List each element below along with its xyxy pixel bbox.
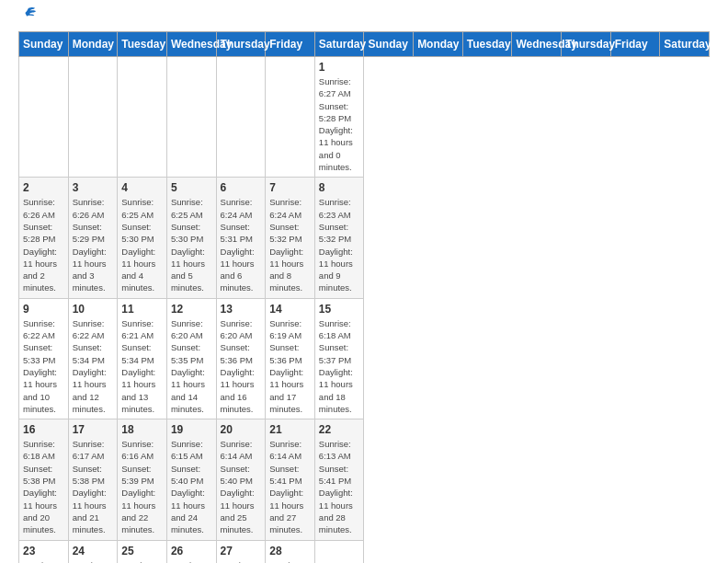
day-info: Sunrise: 6:16 AM Sunset: 5:39 PM Dayligh… [121, 438, 163, 535]
day-info: Sunrise: 6:18 AM Sunset: 5:38 PM Dayligh… [23, 438, 64, 535]
calendar-cell: 26Sunrise: 6:09 AM Sunset: 5:44 PM Dayli… [166, 540, 216, 563]
page-header [18, 18, 710, 22]
calendar-cell: 8Sunrise: 6:23 AM Sunset: 5:32 PM Daylig… [314, 178, 364, 298]
calendar-cell: 11Sunrise: 6:21 AM Sunset: 5:34 PM Dayli… [118, 298, 167, 419]
calendar-cell [314, 540, 364, 563]
calendar-cell: 23Sunrise: 6:12 AM Sunset: 5:42 PM Dayli… [19, 540, 69, 563]
day-info: Sunrise: 6:13 AM Sunset: 5:41 PM Dayligh… [319, 438, 360, 535]
day-number: 16 [23, 423, 64, 436]
day-header-saturday: Saturday [660, 32, 710, 57]
calendar-cell: 27Sunrise: 6:08 AM Sunset: 5:44 PM Dayli… [216, 540, 266, 563]
calendar-cell: 12Sunrise: 6:20 AM Sunset: 5:35 PM Dayli… [166, 298, 216, 419]
day-number: 12 [171, 303, 212, 316]
day-header-friday: Friday [266, 32, 315, 57]
calendar-cell [68, 57, 118, 178]
day-number: 27 [221, 545, 262, 557]
calendar-cell [166, 57, 216, 178]
day-number: 10 [73, 303, 114, 316]
day-number: 11 [121, 303, 163, 316]
day-header-monday: Monday [68, 32, 118, 57]
day-number: 8 [319, 181, 360, 194]
calendar-cell: 7Sunrise: 6:24 AM Sunset: 5:32 PM Daylig… [266, 178, 315, 298]
day-number: 1 [319, 61, 360, 74]
day-number: 2 [23, 181, 64, 194]
day-header-friday: Friday [610, 32, 660, 57]
calendar-cell: 19Sunrise: 6:15 AM Sunset: 5:40 PM Dayli… [166, 419, 216, 540]
week-row-1: 1Sunrise: 6:27 AM Sunset: 5:28 PM Daylig… [19, 57, 710, 178]
day-info: Sunrise: 6:14 AM Sunset: 5:40 PM Dayligh… [221, 438, 262, 535]
header-row: SundayMondayTuesdayWednesdayThursdayFrid… [19, 32, 710, 57]
day-number: 6 [221, 181, 262, 194]
day-info: Sunrise: 6:26 AM Sunset: 5:29 PM Dayligh… [73, 196, 114, 293]
calendar-cell: 2Sunrise: 6:26 AM Sunset: 5:28 PM Daylig… [19, 178, 69, 298]
calendar-cell: 28Sunrise: 6:08 AM Sunset: 5:45 PM Dayli… [266, 540, 315, 563]
day-header-thursday: Thursday [216, 32, 266, 57]
day-number: 3 [73, 181, 114, 194]
logo [18, 18, 37, 22]
day-info: Sunrise: 6:25 AM Sunset: 5:30 PM Dayligh… [171, 196, 212, 293]
day-number: 26 [171, 545, 212, 557]
day-info: Sunrise: 6:22 AM Sunset: 5:33 PM Dayligh… [23, 317, 64, 415]
day-info: Sunrise: 6:25 AM Sunset: 5:30 PM Dayligh… [121, 196, 163, 293]
day-header-tuesday: Tuesday [462, 32, 512, 57]
day-header-thursday: Thursday [562, 32, 611, 57]
day-number: 23 [23, 545, 64, 557]
day-number: 13 [221, 303, 262, 316]
calendar-cell: 6Sunrise: 6:24 AM Sunset: 5:31 PM Daylig… [216, 178, 266, 298]
calendar-table: SundayMondayTuesdayWednesdayThursdayFrid… [18, 31, 710, 563]
day-info: Sunrise: 6:10 AM Sunset: 5:43 PM Dayligh… [121, 559, 163, 564]
calendar-cell: 25Sunrise: 6:10 AM Sunset: 5:43 PM Dayli… [118, 540, 167, 563]
day-info: Sunrise: 6:08 AM Sunset: 5:45 PM Dayligh… [269, 559, 311, 564]
calendar-cell: 16Sunrise: 6:18 AM Sunset: 5:38 PM Dayli… [19, 419, 69, 540]
day-info: Sunrise: 6:23 AM Sunset: 5:32 PM Dayligh… [319, 196, 360, 293]
calendar-cell: 9Sunrise: 6:22 AM Sunset: 5:33 PM Daylig… [19, 298, 69, 419]
day-number: 25 [121, 545, 163, 557]
calendar-cell [216, 57, 266, 178]
day-info: Sunrise: 6:24 AM Sunset: 5:32 PM Dayligh… [269, 196, 311, 293]
calendar-cell: 20Sunrise: 6:14 AM Sunset: 5:40 PM Dayli… [216, 419, 266, 540]
week-row-3: 9Sunrise: 6:22 AM Sunset: 5:33 PM Daylig… [19, 298, 710, 419]
day-header-tuesday: Tuesday [118, 32, 167, 57]
day-info: Sunrise: 6:11 AM Sunset: 5:42 PM Dayligh… [73, 559, 114, 564]
day-number: 22 [319, 423, 360, 436]
day-header-sunday: Sunday [364, 32, 414, 57]
calendar-cell: 14Sunrise: 6:19 AM Sunset: 5:36 PM Dayli… [266, 298, 315, 419]
day-info: Sunrise: 6:14 AM Sunset: 5:41 PM Dayligh… [269, 438, 311, 535]
day-number: 15 [319, 303, 360, 316]
calendar-cell: 4Sunrise: 6:25 AM Sunset: 5:30 PM Daylig… [118, 178, 167, 298]
day-info: Sunrise: 6:26 AM Sunset: 5:28 PM Dayligh… [23, 196, 64, 293]
day-number: 17 [73, 423, 114, 436]
day-header-monday: Monday [414, 32, 463, 57]
calendar-cell: 18Sunrise: 6:16 AM Sunset: 5:39 PM Dayli… [118, 419, 167, 540]
day-header-saturday: Saturday [314, 32, 364, 57]
calendar-cell [19, 57, 69, 178]
logo-bird-icon [20, 6, 37, 22]
calendar-cell: 22Sunrise: 6:13 AM Sunset: 5:41 PM Dayli… [314, 419, 364, 540]
day-info: Sunrise: 6:27 AM Sunset: 5:28 PM Dayligh… [319, 75, 360, 173]
day-info: Sunrise: 6:24 AM Sunset: 5:31 PM Dayligh… [221, 196, 262, 293]
calendar-cell: 3Sunrise: 6:26 AM Sunset: 5:29 PM Daylig… [68, 178, 118, 298]
day-number: 19 [171, 423, 212, 436]
calendar-cell: 1Sunrise: 6:27 AM Sunset: 5:28 PM Daylig… [314, 57, 364, 178]
calendar-cell: 10Sunrise: 6:22 AM Sunset: 5:34 PM Dayli… [68, 298, 118, 419]
day-header-wednesday: Wednesday [166, 32, 216, 57]
day-info: Sunrise: 6:19 AM Sunset: 5:36 PM Dayligh… [269, 317, 311, 415]
calendar-cell [266, 57, 315, 178]
day-info: Sunrise: 6:12 AM Sunset: 5:42 PM Dayligh… [23, 559, 64, 564]
day-number: 9 [23, 303, 64, 316]
day-number: 28 [269, 545, 311, 557]
day-number: 5 [171, 181, 212, 194]
day-info: Sunrise: 6:17 AM Sunset: 5:38 PM Dayligh… [73, 438, 114, 535]
day-header-wednesday: Wednesday [512, 32, 562, 57]
day-number: 24 [73, 545, 114, 557]
day-info: Sunrise: 6:18 AM Sunset: 5:37 PM Dayligh… [319, 317, 360, 415]
calendar-cell: 13Sunrise: 6:20 AM Sunset: 5:36 PM Dayli… [216, 298, 266, 419]
day-number: 21 [269, 423, 311, 436]
day-header-sunday: Sunday [19, 32, 69, 57]
day-info: Sunrise: 6:15 AM Sunset: 5:40 PM Dayligh… [171, 438, 212, 535]
day-number: 14 [269, 303, 311, 316]
day-number: 7 [269, 181, 311, 194]
calendar-cell: 5Sunrise: 6:25 AM Sunset: 5:30 PM Daylig… [166, 178, 216, 298]
day-number: 20 [221, 423, 262, 436]
calendar-cell: 17Sunrise: 6:17 AM Sunset: 5:38 PM Dayli… [68, 419, 118, 540]
